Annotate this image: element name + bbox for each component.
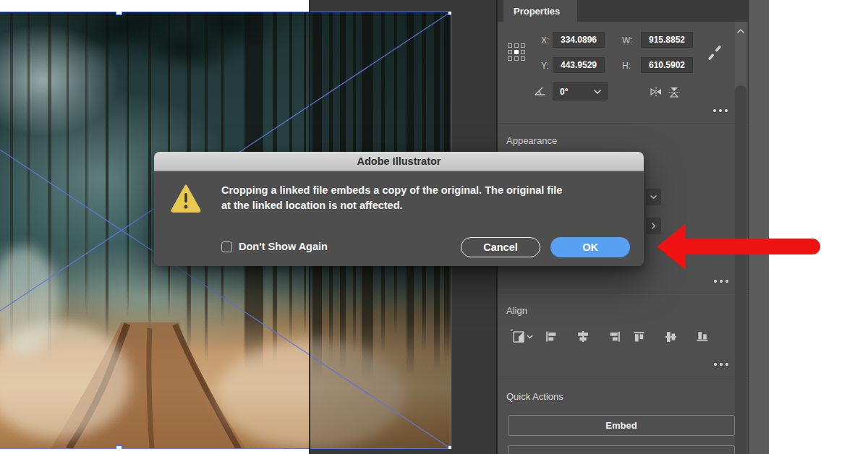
dialog-title: Adobe Illustrator	[154, 152, 644, 171]
panel-tab-bar: Properties	[498, 0, 748, 22]
embed-button[interactable]: Embed	[508, 415, 735, 436]
h-label: H:	[622, 61, 631, 71]
dialog-message-line1: Cropping a linked file embeds a copy of …	[221, 184, 562, 196]
x-value-field[interactable]: 334.0896	[553, 32, 605, 48]
align-top-icon[interactable]	[630, 327, 649, 346]
rotation-angle-dropdown[interactable]: 0°	[553, 82, 608, 100]
red-annotation-arrow-icon	[650, 219, 825, 278]
flip-vertical-icon[interactable]	[666, 84, 682, 100]
dialog-body: Cropping a linked file embeds a copy of …	[154, 171, 644, 266]
align-to-dropdown[interactable]	[508, 327, 537, 346]
reference-point-grid[interactable]	[508, 43, 528, 64]
opacity-dropdown-chevron[interactable]	[646, 189, 661, 205]
chevron-down-icon	[650, 194, 658, 200]
align-section-title: Align	[506, 305, 527, 316]
flip-horizontal-icon[interactable]	[649, 85, 663, 98]
cancel-button[interactable]: Cancel	[461, 237, 540, 257]
selection-handle-bottom-right[interactable]	[448, 445, 451, 449]
y-value-field[interactable]: 443.9529	[553, 57, 605, 73]
align-right-icon[interactable]	[605, 327, 624, 346]
section-divider	[498, 376, 748, 377]
chevron-down-icon	[593, 89, 602, 95]
h-value-field[interactable]: 610.5902	[641, 57, 693, 73]
dialog-message-line2: at the linked location is not affected.	[221, 200, 403, 211]
dont-show-again-checkbox[interactable]	[221, 241, 232, 252]
w-value-field[interactable]: 915.8852	[641, 32, 693, 48]
dont-show-again-label: Don't Show Again	[239, 241, 328, 252]
selection-handle-top-right[interactable]	[448, 12, 451, 15]
appearance-section-title: Appearance	[506, 135, 557, 146]
w-label: W:	[622, 35, 632, 46]
align-horizontal-center-icon[interactable]	[574, 327, 592, 346]
quick-actions-title: Quick Actions	[506, 391, 563, 402]
appearance-more-options-icon[interactable]	[714, 280, 728, 283]
section-divider	[498, 123, 748, 124]
ok-button[interactable]: OK	[550, 237, 630, 257]
dialog-title-bar[interactable]: Adobe Illustrator	[154, 152, 644, 171]
selection-handle-bottom[interactable]	[116, 445, 122, 449]
warning-icon	[170, 184, 202, 217]
scroll-up-chevron-icon[interactable]	[736, 24, 745, 37]
quick-action-partial-button[interactable]	[508, 445, 735, 454]
constrain-proportions-broken-link-icon[interactable]	[706, 42, 723, 64]
align-more-options-icon[interactable]	[714, 363, 728, 366]
x-label: X:	[541, 35, 549, 46]
rotation-angle-value: 0°	[553, 87, 593, 97]
section-divider	[498, 294, 748, 294]
transform-more-options-icon[interactable]	[713, 109, 728, 112]
align-vertical-center-icon[interactable]	[662, 327, 681, 346]
align-bottom-icon[interactable]	[692, 327, 712, 346]
tab-properties[interactable]: Properties	[503, 0, 577, 22]
align-left-icon[interactable]	[542, 327, 561, 346]
y-label: Y:	[541, 61, 549, 71]
rotation-angle-icon	[532, 83, 547, 98]
alert-dialog: Adobe Illustrator Cropping a linked file…	[154, 152, 644, 266]
selection-handle-top[interactable]	[116, 12, 122, 15]
app-window: Properties X: 334.0896 W: 915.8852 Y: 44…	[0, 0, 868, 454]
